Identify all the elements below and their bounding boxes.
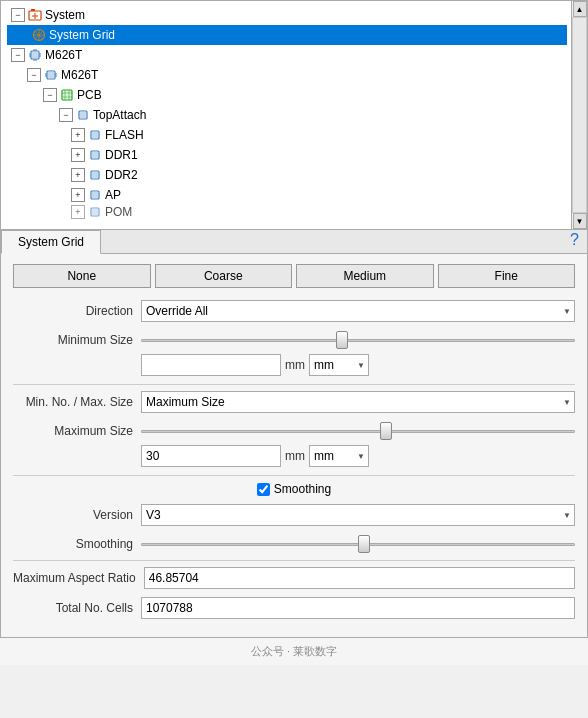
total-cells-row: Total No. Cells (13, 597, 575, 619)
min-size-slider[interactable] (141, 330, 575, 350)
min-size-thumb[interactable] (336, 331, 348, 349)
help-icon[interactable]: ? (570, 231, 579, 253)
min-size-slider-row: Minimum Size (13, 330, 575, 350)
min-size-input-row: mm mm mil inch (141, 354, 575, 376)
max-size-unit-label: mm (285, 449, 305, 463)
max-size-unit-select[interactable]: mm mil inch (309, 445, 369, 467)
max-aspect-control (144, 567, 575, 589)
min-no-max-size-select-wrap: Maximum Size Minimum Size (141, 391, 575, 413)
tree-label-pom: POM (105, 205, 132, 219)
tree-label-flash: FLASH (105, 128, 144, 142)
none-button[interactable]: None (13, 264, 151, 288)
min-size-input[interactable] (141, 354, 281, 376)
smoothing-checkbox[interactable] (257, 483, 270, 496)
max-size-slider-row: Maximum Size (13, 421, 575, 441)
direction-select[interactable]: Override All X Only Y Only (141, 300, 575, 322)
coarse-button[interactable]: Coarse (155, 264, 293, 288)
min-no-max-size-select[interactable]: Maximum Size Minimum Size (141, 391, 575, 413)
tree-label-ddr1: DDR1 (105, 148, 138, 162)
expand-ddr1[interactable]: + (71, 148, 85, 162)
min-size-unit-select-wrap: mm mil inch (309, 354, 369, 376)
total-cells-label: Total No. Cells (13, 601, 133, 615)
tree-item-m626t-2[interactable]: − M626T (7, 65, 567, 85)
min-size-label: Minimum Size (13, 333, 133, 347)
tree-item-ddr2[interactable]: + DDR2 (7, 165, 567, 185)
expand-m626t1[interactable]: − (11, 48, 25, 62)
min-no-max-size-row: Min. No. / Max. Size Maximum Size Minimu… (13, 391, 575, 413)
tree-item-pom[interactable]: + POM (7, 205, 567, 219)
scrollbar-up-btn[interactable]: ▲ (573, 1, 587, 17)
max-size-track (141, 430, 575, 433)
min-no-max-size-label: Min. No. / Max. Size (13, 395, 133, 409)
expand-m626t2[interactable]: − (27, 68, 41, 82)
expand-system[interactable]: − (11, 8, 25, 22)
max-size-input[interactable] (141, 445, 281, 467)
tree-label-system: System (45, 8, 85, 22)
flash-icon (87, 127, 103, 143)
ddr2-icon (87, 167, 103, 183)
max-size-thumb[interactable] (380, 422, 392, 440)
max-size-input-row: mm mm mil inch (141, 445, 575, 467)
svg-rect-32 (80, 112, 86, 118)
tree-item-flash[interactable]: + FLASH (7, 125, 567, 145)
pcb-icon (59, 87, 75, 103)
ap-icon (87, 187, 103, 203)
max-aspect-row: Maximum Aspect Ratio (13, 567, 575, 589)
topattach-icon (75, 107, 91, 123)
pom-icon (87, 205, 103, 219)
chip-icon-2 (43, 67, 59, 83)
scrollbar-track[interactable] (572, 17, 587, 213)
expand-topattach[interactable]: − (59, 108, 73, 122)
tree-label-pcb: PCB (77, 88, 102, 102)
version-select[interactable]: V3 V2 V1 (141, 504, 575, 526)
tree-item-topattach[interactable]: − TopAttach (7, 105, 567, 125)
expand-ddr2[interactable]: + (71, 168, 85, 182)
divider-1 (13, 384, 575, 385)
svg-rect-40 (92, 192, 98, 198)
tree-item-m626t-1[interactable]: − M626T (7, 45, 567, 65)
min-no-max-size-control: Maximum Size Minimum Size (141, 391, 575, 413)
svg-rect-34 (92, 132, 98, 138)
svg-rect-36 (92, 152, 98, 158)
version-control: V3 V2 V1 (141, 504, 575, 526)
total-cells-input[interactable] (141, 597, 575, 619)
chip-icon-1 (27, 47, 43, 63)
smoothing-checkbox-label: Smoothing (274, 482, 331, 496)
tree-item-system-grid[interactable]: System Grid (7, 25, 567, 45)
tree-item-system[interactable]: − System (7, 5, 567, 25)
expand-pcb[interactable]: − (43, 88, 57, 102)
tree-item-pcb[interactable]: − PCB (7, 85, 567, 105)
tree-label-topattach: TopAttach (93, 108, 146, 122)
smoothing-slider-label: Smoothing (13, 537, 133, 551)
tab-system-grid[interactable]: System Grid (1, 230, 101, 254)
preset-buttons-row: None Coarse Medium Fine (13, 264, 575, 288)
expand-ap[interactable]: + (71, 188, 85, 202)
medium-button[interactable]: Medium (296, 264, 434, 288)
fine-button[interactable]: Fine (438, 264, 576, 288)
svg-rect-1 (31, 9, 35, 11)
max-size-label: Maximum Size (13, 424, 133, 438)
expand-flash[interactable]: + (71, 128, 85, 142)
direction-control: Override All X Only Y Only (141, 300, 575, 322)
tree-label-ddr2: DDR2 (105, 168, 138, 182)
tree-scrollbar[interactable]: ▲ ▼ (571, 1, 587, 229)
grid-icon (31, 27, 47, 43)
tree-label-system-grid: System Grid (49, 28, 115, 42)
min-size-unit-select[interactable]: mm mil inch (309, 354, 369, 376)
tree-item-ddr1[interactable]: + DDR1 (7, 145, 567, 165)
smoothing-thumb[interactable] (358, 535, 370, 553)
tree-label-ap: AP (105, 188, 121, 202)
max-aspect-input[interactable] (144, 567, 575, 589)
total-cells-control (141, 597, 575, 619)
smoothing-slider[interactable] (141, 534, 575, 554)
system-icon (27, 7, 43, 23)
expand-pom[interactable]: + (71, 205, 85, 219)
max-size-slider[interactable] (141, 421, 575, 441)
divider-3 (13, 560, 575, 561)
scrollbar-down-btn[interactable]: ▼ (573, 213, 587, 229)
svg-rect-38 (92, 172, 98, 178)
tree-item-ap[interactable]: + AP (7, 185, 567, 205)
svg-rect-20 (48, 72, 54, 78)
svg-rect-10 (32, 52, 38, 58)
tree-label-m626t-1: M626T (45, 48, 82, 62)
